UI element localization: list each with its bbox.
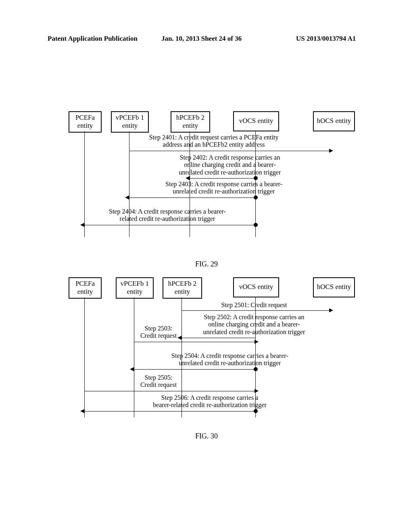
- step-text: Step 2504: A credit response carries a b…: [171, 352, 288, 366]
- arrow: [181, 338, 255, 338]
- fig30-step-2503: Step 2503:Credit request: [132, 325, 185, 340]
- step-text: Step 2505:Credit request: [140, 374, 177, 388]
- step-text: Step 2506: A credit response carries abe…: [153, 394, 267, 408]
- arrow: [134, 369, 255, 370]
- arrow-origin-dot: [254, 223, 258, 227]
- arrow: [181, 310, 330, 311]
- fig30-step-2505: Step 2505:Credit request: [132, 374, 185, 389]
- arrow-head: [80, 409, 84, 413]
- arrow-head: [329, 308, 333, 312]
- figure-30-label: FIG. 30: [0, 432, 413, 441]
- fig30-entity-vocs: vOCS entity: [233, 277, 279, 297]
- step-text: Step 2403: A credit response carries a b…: [165, 181, 282, 195]
- arrow: [84, 225, 255, 225]
- arrow: [129, 151, 330, 151]
- arrow-head: [186, 176, 190, 180]
- fig29-entity-pcefa: PCEFaentity: [69, 111, 102, 133]
- entity-label: vOCS entity: [239, 117, 273, 125]
- header-center: Jan. 10, 2013 Sheet 24 of 36: [161, 35, 242, 43]
- entity-label: hOCS entity: [317, 117, 351, 125]
- fig30-entity-hpcefb2: hPCEFb 2entity: [163, 277, 202, 299]
- step-text: Step 2501: Credit request: [221, 301, 287, 308]
- arrow-head: [254, 389, 259, 393]
- figure-30: PCEFaentity vPCEFb 1entity hPCEFb 2entit…: [69, 277, 359, 422]
- entity-label: vOCS entity: [239, 283, 273, 291]
- step-text: Step 2404: A credit response carries a b…: [109, 208, 226, 222]
- lifeline: [84, 297, 85, 418]
- fig29-step-2403: Step 2403: A credit response carries a b…: [145, 181, 302, 195]
- entity-label: vPCEFb 1entity: [121, 280, 149, 295]
- arrow: [84, 391, 255, 391]
- header-right: US 2013/0013794 A1: [296, 35, 356, 43]
- entity-label: hPCEFb 2entity: [176, 114, 204, 129]
- arrow: [129, 197, 255, 198]
- arrow-origin-dot: [254, 367, 258, 371]
- step-text: Step 2402: A credit response carries ano…: [179, 154, 281, 176]
- arrow-head: [254, 340, 259, 344]
- arrow-head: [125, 195, 129, 200]
- arrow-origin-dot: [254, 195, 258, 200]
- entity-label: PCEFaentity: [75, 280, 95, 295]
- step-text: Step 2401: A credit request carries a PC…: [149, 134, 279, 148]
- fig30-step-2504: Step 2504: A credit response carries a b…: [151, 352, 309, 367]
- lifeline: [84, 131, 85, 237]
- arrow-origin-dot: [254, 176, 258, 180]
- fig29-entity-hocs: hOCS entity: [313, 111, 355, 131]
- fig29-step-2401: Step 2401: A credit request carries a PC…: [133, 134, 294, 149]
- fig30-entity-pcefa: PCEFaentity: [69, 277, 102, 299]
- figure-29: PCEFaentity vPCEFb 1entity hPCEFb 2entit…: [69, 111, 359, 240]
- step-text: Step 2502: A credit response carries ano…: [203, 314, 305, 335]
- fig29-entity-vocs: vOCS entity: [233, 111, 279, 131]
- step-text: Step 2503:Credit request: [140, 325, 177, 339]
- fig30-step-2501: Step 2501: Credit request: [202, 301, 307, 309]
- fig29-entity-vpcefb1: vPCEFb 1entity: [111, 111, 149, 133]
- entity-label: hOCS entity: [317, 283, 351, 291]
- arrow-head: [80, 223, 84, 227]
- arrow-origin-dot: [254, 409, 258, 413]
- fig29-step-2402: Step 2402: A credit response carries ano…: [161, 154, 298, 176]
- fig29-entity-hpcefb2: hPCEFb 2entity: [171, 111, 210, 133]
- entity-label: vPCEFb 1entity: [116, 114, 144, 129]
- fig29-step-2404: Step 2404: A credit response carries a b…: [89, 208, 246, 223]
- header-left: Patent Application Publication: [48, 35, 138, 43]
- fig-label-text: FIG. 29: [195, 260, 218, 268]
- arrow: [190, 178, 255, 179]
- fig-label-text: FIG. 30: [195, 432, 218, 440]
- figure-29-label: FIG. 29: [0, 260, 413, 268]
- fig30-entity-vpcefb1: vPCEFb 1entity: [116, 277, 154, 299]
- entity-label: hPCEFb 2entity: [168, 280, 196, 295]
- fig30-step-2502: Step 2502: A credit response carries ano…: [186, 314, 323, 336]
- arrow: [134, 342, 255, 342]
- fig30-step-2506: Step 2506: A credit response carries abe…: [129, 394, 290, 409]
- arrow-head: [130, 367, 134, 371]
- arrow-head: [329, 149, 333, 153]
- entity-label: PCEFaentity: [75, 114, 95, 129]
- fig30-entity-hocs: hOCS entity: [313, 277, 355, 297]
- arrow: [84, 411, 255, 411]
